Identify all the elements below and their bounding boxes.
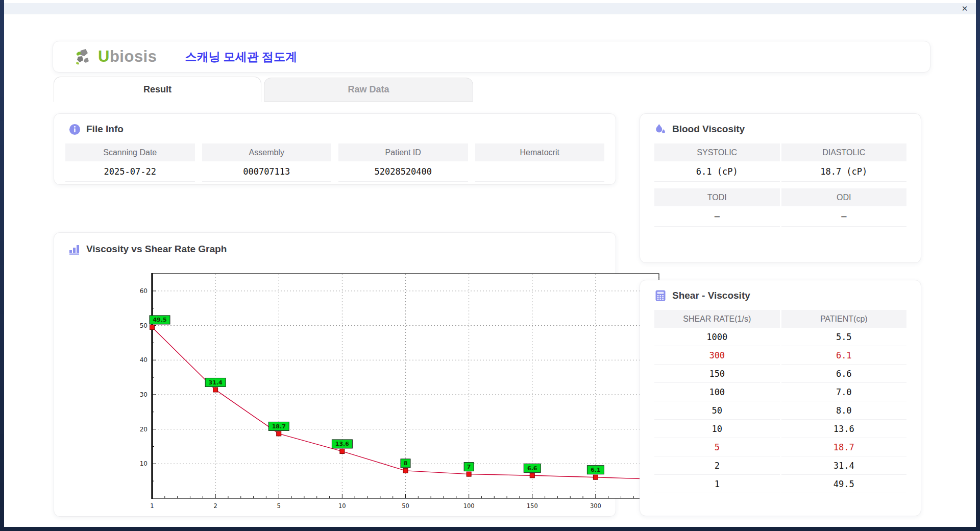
viscosity-line-chart: 1020304050601251050100150300100049.531.4… (127, 271, 673, 511)
tab-raw-data[interactable]: Raw Data (264, 78, 473, 102)
svg-text:50: 50 (140, 322, 148, 329)
blood-viscosity-title: Blood Viscosity (672, 124, 745, 135)
file-info-fields: Scanning Date2025-07-22Assembly000707113… (65, 143, 604, 182)
sv-shear-cell: 1000 (654, 328, 780, 346)
sv-patient-cell: 5.5 (781, 328, 907, 346)
bv-value-row: 6.1 (cP)18.7 (cP) (654, 161, 906, 182)
sv-header-cell: SHEAR RATE(1/s) (654, 310, 780, 328)
sv-patient-cell: 8.0 (781, 401, 907, 420)
svg-text:10: 10 (140, 460, 148, 467)
table-row: 149.5 (654, 475, 906, 493)
graph-title: Viscosity vs Shear Rate Graph (86, 244, 227, 255)
sv-shear-cell: 100 (654, 383, 780, 401)
svg-text:49.5: 49.5 (153, 317, 166, 323)
svg-text:40: 40 (140, 356, 148, 364)
sv-shear-cell: 1 (654, 475, 780, 493)
svg-text:10: 10 (338, 502, 346, 510)
bv-header-cell: SYSTOLIC (654, 143, 780, 161)
blood-viscosity-table: SYSTOLICDIASTOLIC6.1 (cP)18.7 (cP)TODIOD… (654, 143, 906, 227)
file-info-field-value: 000707113 (202, 161, 332, 182)
svg-text:300: 300 (590, 502, 601, 510)
bv-value-cell: – (654, 206, 780, 227)
desktop-background: ✕ Ubiosis 스캐닝 모세관 점도계 Result Raw (0, 0, 980, 531)
svg-text:18.7: 18.7 (272, 423, 286, 430)
table-row: 3006.1 (654, 346, 906, 365)
svg-text:31.4: 31.4 (209, 379, 223, 386)
page-title: 스캐닝 모세관 점도계 (185, 49, 297, 65)
logo-text: Ubiosis (98, 47, 157, 66)
shear-viscosity-title: Shear - Viscosity (672, 290, 750, 301)
file-info-field: Assembly000707113 (202, 143, 332, 182)
svg-text:8: 8 (404, 460, 408, 467)
file-info-title: File Info (86, 124, 124, 135)
bv-value-cell: 6.1 (cP) (654, 161, 780, 182)
bv-header-cell: TODI (654, 188, 780, 206)
blood-drops-icon (654, 123, 667, 135)
svg-text:5: 5 (277, 502, 281, 510)
bv-header-cell: ODI (781, 188, 907, 206)
bv-header-row: TODIODI (654, 188, 906, 206)
sv-shear-cell: 50 (654, 401, 780, 420)
svg-text:6.6: 6.6 (527, 465, 537, 472)
table-row: 518.7 (654, 438, 906, 456)
bv-value-cell: – (781, 206, 907, 227)
sv-shear-cell: 5 (654, 438, 780, 456)
svg-text:13.6: 13.6 (335, 441, 349, 447)
ubiosis-logo-icon (75, 46, 95, 67)
table-row: 10005.5 (654, 328, 906, 346)
table-row: 1506.6 (654, 365, 906, 383)
sv-patient-cell: 49.5 (781, 475, 907, 493)
sv-shear-cell: 300 (654, 346, 780, 365)
app-window: ✕ Ubiosis 스캐닝 모세관 점도계 Result Raw (4, 0, 976, 527)
sv-shear-cell: 2 (654, 456, 780, 475)
sv-patient-cell: 18.7 (781, 438, 907, 456)
info-icon (68, 123, 81, 135)
sv-header-row: SHEAR RATE(1/s)PATIENT(cp) (654, 310, 906, 328)
viscosity-graph-panel: Viscosity vs Shear Rate Graph 1020304050… (54, 232, 616, 517)
svg-text:7: 7 (467, 464, 471, 470)
bv-header-cell: DIASTOLIC (781, 143, 907, 161)
svg-text:150: 150 (527, 502, 538, 510)
sv-patient-cell: 31.4 (781, 456, 907, 475)
sv-shear-cell: 10 (654, 420, 780, 438)
close-icon[interactable]: ✕ (960, 4, 970, 14)
table-row: 1013.6 (654, 420, 906, 438)
svg-text:60: 60 (140, 287, 148, 295)
bv-value-cell: 18.7 (cP) (781, 161, 907, 182)
svg-text:1: 1 (150, 502, 154, 510)
sv-patient-cell: 6.6 (781, 365, 907, 383)
shear-viscosity-table: SHEAR RATE(1/s)PATIENT(cp)10005.53006.11… (654, 310, 906, 493)
table-row: 508.0 (654, 401, 906, 420)
window-titlebar: ✕ (4, 3, 976, 14)
tab-result[interactable]: Result (54, 77, 261, 102)
shear-viscosity-panel: Shear - Viscosity SHEAR RATE(1/s)PATIENT… (640, 280, 921, 516)
file-info-field: Patient ID52028520400 (338, 143, 468, 182)
svg-text:30: 30 (140, 391, 148, 398)
app-header: Ubiosis 스캐닝 모세관 점도계 (53, 41, 930, 73)
bv-value-row: –– (654, 206, 906, 227)
file-info-field-value (475, 161, 605, 182)
file-info-field-value: 52028520400 (338, 161, 468, 182)
svg-text:2: 2 (213, 502, 217, 510)
file-info-field: Hematocrit (475, 143, 605, 182)
calculator-icon (654, 289, 667, 302)
bar-chart-icon (68, 243, 81, 255)
sv-shear-cell: 150 (654, 365, 780, 383)
sv-patient-cell: 6.1 (781, 346, 907, 365)
sv-patient-cell: 7.0 (781, 383, 907, 401)
file-info-panel: File Info Scanning Date2025-07-22Assembl… (54, 113, 616, 185)
sv-patient-cell: 13.6 (781, 420, 907, 438)
blood-viscosity-panel: Blood Viscosity SYSTOLICDIASTOLIC6.1 (cP… (640, 113, 921, 263)
svg-text:20: 20 (140, 426, 148, 433)
sv-header-cell: PATIENT(cp) (781, 310, 907, 328)
svg-text:100: 100 (463, 502, 475, 510)
file-info-field-label: Hematocrit (475, 143, 605, 161)
file-info-field: Scanning Date2025-07-22 (65, 143, 195, 182)
file-info-field-value: 2025-07-22 (65, 161, 195, 182)
table-row: 231.4 (654, 456, 906, 475)
svg-text:50: 50 (402, 502, 409, 510)
ubiosis-logo: Ubiosis (75, 46, 157, 67)
file-info-field-label: Patient ID (338, 143, 468, 161)
bv-header-row: SYSTOLICDIASTOLIC (654, 143, 906, 161)
file-info-field-label: Assembly (202, 143, 332, 161)
